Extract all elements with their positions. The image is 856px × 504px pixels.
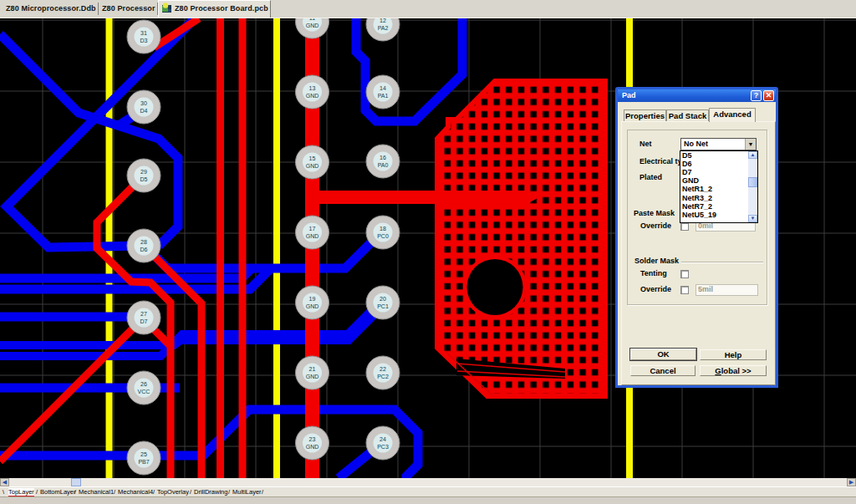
svg-text:22: 22 — [380, 366, 386, 372]
svg-text:16: 16 — [380, 155, 386, 160]
svg-text:GND: GND — [306, 163, 319, 169]
svg-text:24: 24 — [380, 436, 386, 442]
svg-text:18: 18 — [380, 226, 386, 232]
svg-text:VCC: VCC — [138, 389, 150, 395]
svg-text:17: 17 — [309, 226, 316, 232]
svg-text:D5: D5 — [140, 176, 148, 182]
svg-text:GND: GND — [306, 303, 319, 309]
svg-text:GND: GND — [306, 23, 319, 28]
svg-text:11: 11 — [309, 18, 315, 21]
svg-text:PC1: PC1 — [377, 303, 389, 309]
svg-text:27: 27 — [140, 311, 147, 317]
svg-text:D3: D3 — [140, 38, 148, 43]
svg-text:14: 14 — [380, 85, 386, 91]
svg-text:13: 13 — [309, 85, 316, 91]
svg-text:GND: GND — [306, 93, 319, 99]
svg-text:PA0: PA0 — [378, 162, 389, 168]
svg-text:28: 28 — [140, 239, 147, 245]
svg-text:GND: GND — [306, 374, 319, 379]
svg-text:23: 23 — [309, 436, 316, 442]
svg-text:26: 26 — [140, 381, 147, 387]
svg-text:21: 21 — [309, 366, 316, 372]
svg-text:PA1: PA1 — [378, 93, 389, 99]
svg-text:PA2: PA2 — [378, 25, 389, 31]
svg-text:20: 20 — [380, 296, 386, 302]
svg-text:PC2: PC2 — [377, 374, 389, 379]
svg-text:PB7: PB7 — [138, 459, 149, 465]
svg-text:15: 15 — [309, 155, 316, 161]
svg-text:D6: D6 — [140, 247, 148, 252]
svg-text:PC3: PC3 — [377, 444, 389, 450]
svg-text:12: 12 — [380, 18, 386, 23]
svg-text:29: 29 — [140, 169, 147, 175]
svg-text:25: 25 — [140, 451, 147, 457]
svg-text:GND: GND — [306, 444, 319, 450]
svg-text:D7: D7 — [140, 318, 148, 324]
svg-text:D4: D4 — [140, 108, 148, 114]
svg-text:PC0: PC0 — [377, 233, 389, 239]
svg-text:GND: GND — [306, 233, 319, 239]
svg-text:31: 31 — [140, 30, 147, 36]
svg-text:19: 19 — [309, 296, 316, 302]
svg-text:30: 30 — [140, 100, 147, 106]
